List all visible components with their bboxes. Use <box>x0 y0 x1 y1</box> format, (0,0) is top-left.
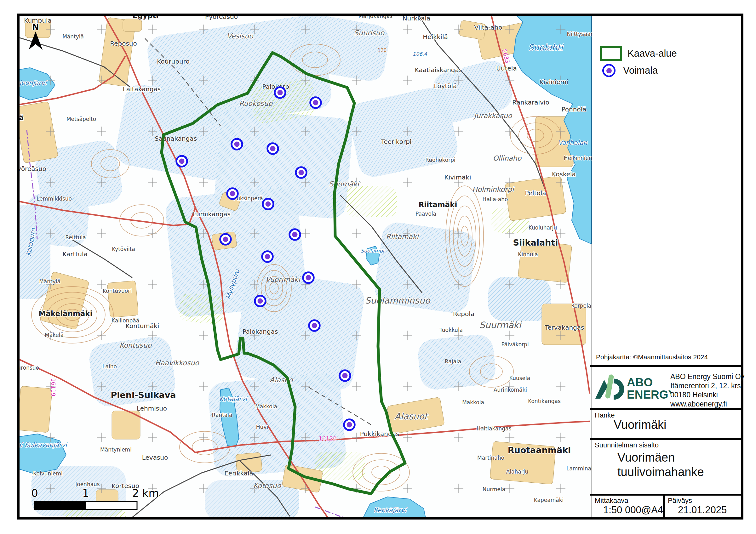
place-label: Tuokkula <box>439 327 463 333</box>
place-label: Nurmela <box>483 486 505 493</box>
place-label: Lumikangas <box>193 210 230 218</box>
place-label: Pieni Sulkavanjärvi <box>19 441 68 449</box>
place-label: 106.4 <box>413 51 427 57</box>
turbine-marker-dot <box>342 373 348 378</box>
turbine-marker-dot <box>234 142 240 147</box>
place-label: Kotajärvi <box>219 395 248 403</box>
place-label: Huvi <box>256 424 268 430</box>
turbine-marker-dot <box>292 232 298 238</box>
place-label: Pönnölä <box>562 106 586 113</box>
divider-hanke <box>590 408 743 410</box>
turbine-marker-dot <box>258 298 263 304</box>
place-label: Kivimäki <box>445 173 471 181</box>
place-label: Antinpuronsuo <box>19 365 39 371</box>
place-label: Vesisuo <box>227 32 254 40</box>
place-label: Pyöreäsuo <box>205 16 238 20</box>
turbine-marker-dot <box>270 146 276 151</box>
place-label: Kontuvuori <box>103 288 132 294</box>
place-label: Egypti <box>133 16 159 19</box>
place-label: Mäkelänmäki <box>39 310 92 318</box>
place-label: Kontumäki <box>126 322 159 330</box>
place-label: Joenhaus <box>75 481 100 487</box>
turbine-marker-dot <box>306 275 311 281</box>
meadow-patch <box>315 452 365 480</box>
place-label: Vanhalan <box>558 139 588 146</box>
place-label: Siikalahti <box>513 238 558 247</box>
place-label: Haavikkosuo <box>155 359 200 367</box>
place-label: Lehmisuo <box>137 405 167 412</box>
place-label: Tervakangas <box>545 324 584 331</box>
meadow-patch <box>178 292 225 325</box>
turbine-dot-icon <box>607 68 612 73</box>
plan-area-swatch-icon <box>600 46 622 61</box>
place-label: Kytöviita <box>112 246 135 252</box>
logo-bowl-icon <box>614 381 622 397</box>
place-label: Koivuniemi <box>33 470 63 477</box>
place-label: Korpela <box>571 303 591 309</box>
place-label: Heikinniemi <box>564 155 592 161</box>
place-label: Mäkelä <box>45 332 64 338</box>
frame-right <box>741 13 743 520</box>
turbine-marker-dot <box>347 422 352 428</box>
place-label: Lemmikkisuo <box>37 195 72 202</box>
place-label: Peltola <box>525 189 546 197</box>
place-label: Alaharju <box>506 469 528 475</box>
topographic-map: KumpulaEgyptiPyöreäsuoMarjokangasNurkkal… <box>19 16 592 517</box>
frame-left <box>17 13 19 520</box>
turbine-marker-dot <box>312 323 317 328</box>
place-label: Laiho <box>102 363 117 369</box>
place-label: Suomäki <box>329 180 360 188</box>
basemap-credit: Pohjakartta: ©Maanmittauslaitos 2024 <box>596 353 708 361</box>
scalebar-label: 1 <box>82 487 89 499</box>
place-label: Koskela <box>552 170 576 178</box>
legend-kaava-alue-label: Kaava-alue <box>628 48 677 59</box>
company-address: ABO Energy Suomi Oy Itämerentori 2, 12. … <box>670 372 744 409</box>
place-label: Metsäpelto <box>67 116 96 122</box>
content-label: Suunnitelman sisältö <box>595 441 659 449</box>
place-label: Pyöreäsuo <box>19 165 46 172</box>
place-label: Vuorimäki <box>265 275 301 283</box>
scale-value: 1:50 000@A4 <box>603 504 663 516</box>
content-value: Vuorimäen tuulivoimahanke <box>617 450 704 479</box>
legend-voimala-label: Voimala <box>623 65 658 76</box>
place-label: Teerikorpi <box>381 138 412 145</box>
place-label: Palokangas <box>243 328 278 335</box>
place-label: Kontikangas <box>528 398 561 404</box>
place-label: Alasuot <box>395 411 429 421</box>
wetland-patch <box>19 205 50 299</box>
place-label: Haltiakangas <box>476 425 512 432</box>
divider-bottom-row <box>590 494 743 496</box>
frame-bottom <box>17 517 743 520</box>
place-label: Riitamäki <box>418 201 457 209</box>
place-label: Suolahti <box>528 42 564 52</box>
meadow-patch <box>346 186 397 217</box>
divider-credit <box>590 365 743 367</box>
place-label: Reposuo <box>110 40 137 47</box>
north-label: N <box>32 22 39 32</box>
place-label: Halla-aho <box>483 196 508 202</box>
place-label: Niittysaari <box>567 31 592 37</box>
place-label: Heikkilä <box>423 33 447 40</box>
place-label: Mäntyniemi <box>100 446 132 453</box>
place-label: Laitakangas <box>123 85 161 93</box>
place-label: Makkola <box>255 403 277 410</box>
place-label: Mäntylä <box>62 33 84 40</box>
place-label: Rantala <box>212 412 232 418</box>
place-label: Mäntylä <box>39 278 61 285</box>
place-label: Kotasuo <box>253 482 281 490</box>
place-label: Suurisuo <box>354 29 385 37</box>
place-label: Ollinaho <box>493 154 522 162</box>
turbine-marker-dot <box>313 100 318 106</box>
turbine-marker-icon <box>602 64 615 77</box>
scalebar-filled-half <box>35 501 86 509</box>
place-label: Suolampi <box>361 248 385 254</box>
field-patch <box>107 281 138 318</box>
scalebar-label: 2 km <box>132 487 159 499</box>
field-patch <box>19 386 52 433</box>
place-label: Rankaraivio <box>512 99 549 106</box>
place-label: Ruokosuo <box>239 99 273 107</box>
place-label: Kontusuo <box>120 341 152 349</box>
place-label: Päiväkorpi <box>501 341 528 347</box>
place-label: Kenkäjärvi <box>374 506 407 514</box>
scale-label: Mittakaava <box>595 496 628 505</box>
